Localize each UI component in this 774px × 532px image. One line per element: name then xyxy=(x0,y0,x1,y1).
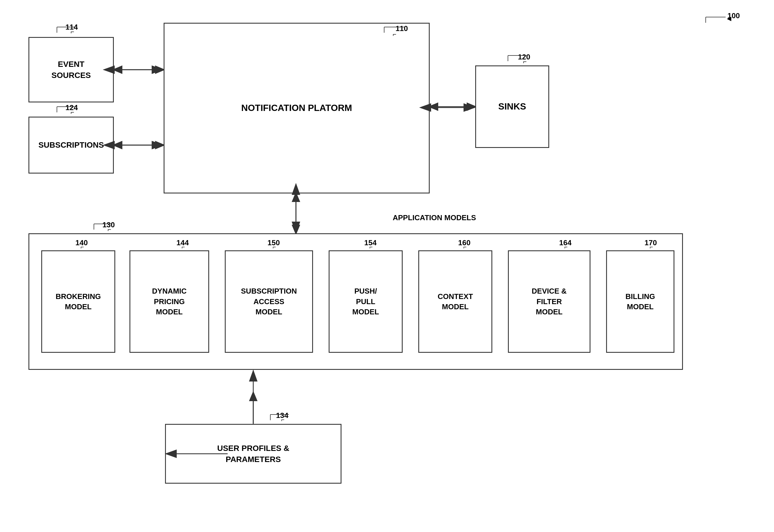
brokering-model-box: BROKERING MODEL xyxy=(41,250,115,353)
dynamic-pricing-box: DYNAMIC PRICING MODEL xyxy=(129,250,209,353)
context-model-box: CONTEXT MODEL xyxy=(418,250,492,353)
application-models-label: APPLICATION MODELS xyxy=(393,213,476,222)
sinks-box: SINKS xyxy=(475,65,549,148)
user-profiles-box: USER PROFILES & PARAMETERS xyxy=(165,424,341,484)
device-filter-box: DEVICE & FILTER MODEL xyxy=(508,250,590,353)
ref-110: 110 xyxy=(396,24,408,33)
push-pull-box: PUSH/ PULL MODEL xyxy=(329,250,403,353)
subscription-access-box: SUBSCRIPTION ACCESS MODEL xyxy=(225,250,313,353)
billing-model-box: BILLING MODEL xyxy=(606,250,674,353)
diagram: 100 ◄ NOTIFICATION PLATORM 110 ⌐ EVENT S… xyxy=(0,0,774,532)
subscriptions-box: SUBSCRIPTIONS xyxy=(28,117,114,174)
event-sources-box: EVENT SOURCES xyxy=(28,37,114,102)
notification-platform-box: NOTIFICATION PLATORM xyxy=(164,23,430,193)
